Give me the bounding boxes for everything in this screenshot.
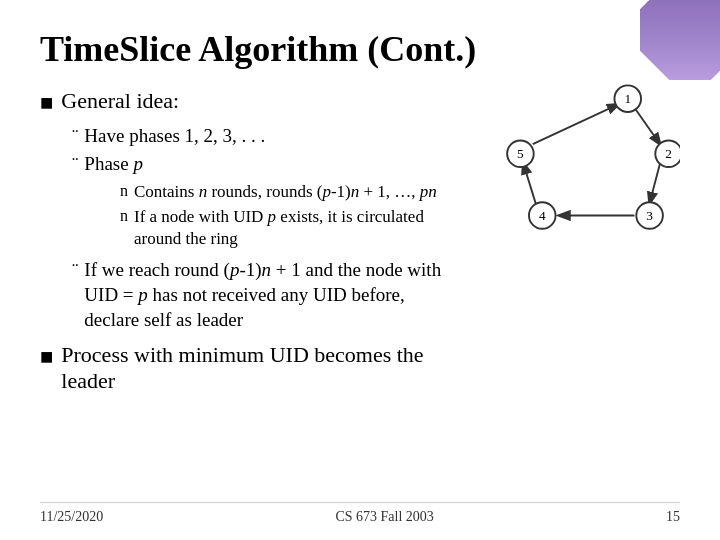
ring-diagram: 1 2 3 4 5	[490, 78, 680, 238]
svg-line-5	[533, 104, 619, 144]
sub-symbol-if-reach: ¨	[72, 258, 78, 283]
sub-item-if-reach: ¨ If we reach round (p-1)n + 1 and the n…	[72, 258, 460, 332]
sub-sub-list: n Contains n rounds, rounds (p-1)n + 1, …	[120, 181, 460, 250]
svg-line-4	[523, 163, 535, 203]
sub-sub-uid-text: If a node with UID p exists, it is circu…	[134, 206, 460, 250]
svg-line-1	[633, 106, 660, 144]
slide-title: TimeSlice Algorithm (Cont.)	[40, 30, 680, 70]
svg-text:4: 4	[539, 208, 546, 223]
sub-sub-item-uid: n If a node with UID p exists, it is cir…	[120, 206, 460, 250]
bullet-general-idea: ■ General idea:	[40, 88, 460, 116]
svg-text:1: 1	[624, 91, 631, 106]
sub-sub-item-contains: n Contains n rounds, rounds (p-1)n + 1, …	[120, 181, 460, 203]
bullet-process: ■ Process with minimum UID becomes the l…	[40, 342, 460, 394]
sub-item-phases-text: Have phases 1, 2, 3, . . .	[84, 124, 265, 149]
text-section: ■ General idea: ¨ Have phases 1, 2, 3, .…	[40, 88, 480, 403]
sub-item-phases: ¨ Have phases 1, 2, 3, . . .	[72, 124, 460, 149]
footer: 11/25/2020 CS 673 Fall 2003 15	[40, 502, 680, 525]
svg-text:5: 5	[517, 146, 524, 161]
sub-list-1: ¨ Have phases 1, 2, 3, . . . ¨ Phase p n	[72, 124, 460, 333]
sub-sub-symbol-1: n	[120, 181, 128, 202]
sub-item-phase-p-text: Phase p	[84, 152, 143, 177]
svg-text:2: 2	[665, 146, 672, 161]
sub-sub-symbol-2: n	[120, 206, 128, 227]
bullet-process-label: Process with minimum UID becomes the lea…	[61, 342, 460, 394]
title-text: TimeSlice Algorithm (Cont.)	[40, 29, 476, 69]
svg-line-2	[650, 163, 660, 203]
bullet-symbol-1: ■	[40, 90, 53, 116]
bullet-symbol-2: ■	[40, 344, 53, 370]
sub-item-if-reach-text: If we reach round (p-1)n + 1 and the nod…	[84, 258, 460, 332]
diagram-section: 1 2 3 4 5	[480, 88, 680, 403]
sub-sub-contains-text: Contains n rounds, rounds (p-1)n + 1, …,…	[134, 181, 437, 203]
footer-date: 11/25/2020	[40, 509, 103, 525]
footer-page: 15	[666, 509, 680, 525]
bullet-general-idea-label: General idea:	[61, 88, 179, 114]
svg-text:3: 3	[646, 208, 653, 223]
sub-symbol-phases: ¨	[72, 124, 78, 149]
sub-symbol-phase-p: ¨	[72, 152, 78, 177]
sub-item-phase-p: ¨ Phase p	[72, 152, 460, 177]
footer-course: CS 673 Fall 2003	[335, 509, 433, 525]
